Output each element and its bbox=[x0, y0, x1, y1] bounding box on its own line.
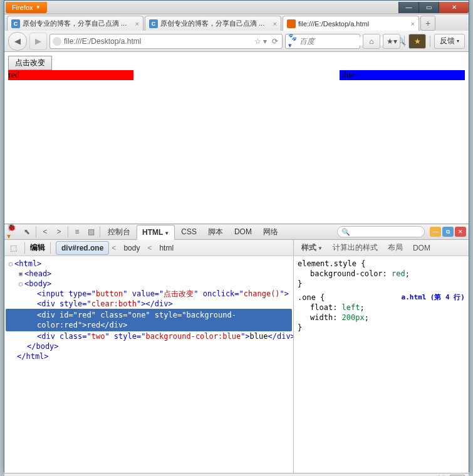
firebug-toolbar: 🐞▾ ⬉ < > ≡ ▤ 控制台 HTML▼ CSS 脚本 DOM 网络 🔍 —… bbox=[4, 224, 469, 240]
close-icon[interactable]: × bbox=[411, 20, 415, 28]
inspect-element-icon[interactable]: ⬚ bbox=[7, 242, 19, 254]
breadcrumb-html[interactable]: html bbox=[154, 242, 179, 254]
firebug-minimize[interactable]: — bbox=[430, 227, 441, 237]
tab-dom[interactable]: DOM bbox=[229, 225, 257, 239]
tab-html[interactable]: HTML▼ bbox=[137, 225, 175, 240]
firebug-close[interactable]: ✕ bbox=[455, 227, 466, 237]
maximize-button[interactable]: ▭ bbox=[418, 2, 439, 13]
list-icon[interactable]: ≡ bbox=[71, 225, 83, 238]
change-button[interactable]: 点击改变 bbox=[8, 56, 52, 70]
page-content: 点击改变 red blue bbox=[4, 52, 469, 224]
styles-panel[interactable]: element.style { background-color: red; }… bbox=[293, 256, 469, 473]
close-button[interactable]: ✕ bbox=[439, 2, 469, 13]
tab-1[interactable]: C 原创专业的博客，分享自己点滴 ... × bbox=[7, 16, 143, 31]
baidu-icon: 🐾▾ bbox=[288, 33, 297, 49]
tab-console[interactable]: 控制台 bbox=[103, 224, 135, 240]
tab-script[interactable]: 脚本 bbox=[203, 224, 228, 240]
browser-window: Firefox ▼ — ▭ ✕ C 原创专业的博客，分享自己点滴 ... × C… bbox=[4, 0, 469, 472]
chevron-down-icon: ▼ bbox=[36, 4, 41, 10]
breadcrumb-selected[interactable]: div#red.one bbox=[56, 241, 109, 255]
feedback-label: 反馈 bbox=[440, 36, 455, 46]
url-bar[interactable]: file:///E:/Desktop/a.html ☆ ▾ ⟳ bbox=[49, 34, 283, 49]
firefox-menu-button[interactable]: Firefox ▼ bbox=[6, 2, 47, 13]
url-text: file:///E:/Desktop/a.html bbox=[64, 37, 251, 46]
tab-css[interactable]: CSS bbox=[176, 225, 202, 239]
firebug-search[interactable]: 🔍 bbox=[337, 226, 425, 237]
favicon-icon: C bbox=[149, 19, 158, 28]
inspect-icon[interactable]: ⬉ bbox=[21, 225, 33, 238]
close-icon[interactable]: × bbox=[273, 20, 277, 28]
new-tab-button[interactable]: + bbox=[420, 16, 435, 31]
window-controls: — ▭ ✕ bbox=[398, 2, 469, 13]
blue-box: blue bbox=[340, 70, 465, 80]
list-alt-icon[interactable]: ▤ bbox=[85, 225, 97, 238]
firefox-label: Firefox bbox=[12, 4, 33, 11]
globe-icon bbox=[53, 37, 61, 46]
minimize-button[interactable]: — bbox=[398, 2, 418, 13]
search-bar[interactable]: 🐾▾ 🔍 bbox=[285, 34, 360, 49]
close-icon[interactable]: × bbox=[135, 20, 139, 28]
reload-icon[interactable]: ⟳ bbox=[271, 37, 279, 46]
tab-net[interactable]: 网络 bbox=[258, 224, 283, 240]
status-bar: × ⓘ 🦊 ↘ bbox=[4, 473, 469, 476]
tab-2[interactable]: C 原创专业的博客，分享自己点滴 ... × bbox=[145, 16, 281, 31]
firebug-popout[interactable]: ⧉ bbox=[442, 227, 454, 237]
next-icon[interactable]: > bbox=[53, 225, 65, 238]
addon-button[interactable]: ★ bbox=[408, 34, 426, 49]
source-link[interactable]: a.html (第 4 行) bbox=[402, 292, 465, 303]
breadcrumb: div#red.one < body < html bbox=[56, 241, 291, 255]
prev-icon[interactable]: < bbox=[39, 225, 51, 238]
red-box: red bbox=[8, 70, 133, 80]
favicon-icon bbox=[287, 19, 296, 28]
tab-label: 原创专业的博客，分享自己点滴 ... bbox=[23, 19, 133, 28]
tab-label: file:///E:/Desktop/a.html bbox=[298, 20, 408, 28]
layout-tab[interactable]: 布局 bbox=[384, 241, 407, 255]
tab-label: 原创专业的博客，分享自己点滴 ... bbox=[160, 19, 271, 28]
firebug-icon[interactable]: 🐞▾ bbox=[7, 225, 19, 238]
edit-button[interactable]: 编辑 bbox=[30, 242, 45, 253]
feedback-button[interactable]: 反馈▾ bbox=[434, 34, 465, 49]
firebug-body: ▢<html> ▣<head> ▢<body> <input type="but… bbox=[4, 256, 469, 473]
html-tree[interactable]: ▢<html> ▣<head> ▢<body> <input type="but… bbox=[4, 256, 293, 473]
firebug-subbar: ⬚ 编辑 div#red.one < body < html 样式▼ 计算出的样… bbox=[4, 240, 469, 256]
favicon-icon: C bbox=[11, 19, 20, 28]
home-button[interactable]: ⌂ bbox=[363, 34, 380, 49]
tabs-row: C 原创专业的博客，分享自己点滴 ... × C 原创专业的博客，分享自己点滴 … bbox=[4, 14, 469, 31]
nav-toolbar: ◀ ▶ file:///E:/Desktop/a.html ☆ ▾ ⟳ 🐾▾ 🔍… bbox=[4, 31, 469, 52]
dom-tab[interactable]: DOM bbox=[409, 242, 434, 254]
breadcrumb-body[interactable]: body bbox=[118, 242, 145, 254]
bookmark-star-icon[interactable]: ☆ ▾ bbox=[253, 37, 268, 46]
style-tab[interactable]: 样式▼ bbox=[298, 241, 326, 255]
bookmarks-button[interactable]: ★▾ bbox=[383, 34, 400, 49]
selected-node[interactable]: <div id="red" class="one" style="backgro… bbox=[6, 309, 292, 331]
back-button[interactable]: ◀ bbox=[8, 32, 27, 51]
forward-button[interactable]: ▶ bbox=[29, 33, 47, 50]
titlebar: Firefox ▼ — ▭ ✕ bbox=[4, 1, 469, 14]
computed-tab[interactable]: 计算出的样式 bbox=[329, 241, 382, 255]
tab-3-active[interactable]: file:///E:/Desktop/a.html × bbox=[283, 16, 419, 31]
firebug-panel: 🐞▾ ⬉ < > ≡ ▤ 控制台 HTML▼ CSS 脚本 DOM 网络 🔍 —… bbox=[4, 224, 469, 473]
